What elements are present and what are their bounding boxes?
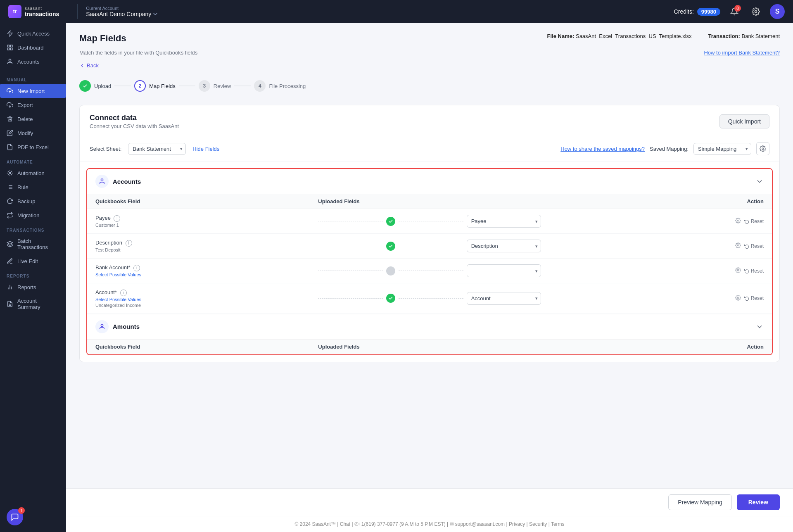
accounts-section-header[interactable]: Accounts — [87, 169, 772, 194]
status-dot-account — [386, 294, 395, 303]
sidebar-item-delete[interactable]: Delete — [0, 112, 66, 126]
sidebar-label-accounts: Accounts — [17, 59, 39, 65]
bank-account-reset-button[interactable]: Reset — [744, 268, 764, 274]
chat-button[interactable]: 1 — [7, 509, 23, 525]
payee-select[interactable]: Payee — [467, 215, 541, 228]
description-select[interactable]: Description — [467, 240, 541, 252]
svg-point-9 — [9, 172, 11, 174]
automation-icon — [7, 170, 13, 176]
sidebar-item-reports[interactable]: Reports — [0, 280, 66, 294]
description-gear-button[interactable] — [735, 242, 741, 249]
hide-fields-link[interactable]: Hide Fields — [192, 146, 219, 152]
account-action: Reset — [541, 295, 764, 302]
transaction-display: Transaction: Bank Statement — [708, 33, 780, 39]
info-icon-description[interactable]: i — [126, 240, 132, 247]
logo-saasant: saasant — [25, 6, 59, 11]
svg-rect-4 — [10, 48, 12, 50]
account-select[interactable]: Account — [467, 292, 541, 305]
accounts-table-header: Quickbooks Field Uploaded Fields Action — [87, 194, 772, 209]
how-share-link[interactable]: How to share the saved mappings? — [560, 146, 645, 152]
step-upload: Upload — [79, 77, 111, 95]
rule-icon — [7, 184, 13, 190]
bank-account-connector — [318, 264, 541, 277]
dashed-line — [318, 271, 383, 271]
sidebar-label-dashboard: Dashboard — [17, 45, 44, 51]
sidebar-item-live-edit[interactable]: Live Edit — [0, 254, 66, 268]
amounts-icon — [95, 320, 109, 333]
sidebar-item-quick-access[interactable]: Quick Access — [0, 26, 66, 40]
description-action: Reset — [541, 242, 764, 249]
preview-mapping-button[interactable]: Preview Mapping — [668, 494, 731, 510]
sidebar-label-automation: Automation — [17, 170, 45, 176]
info-icon-bank-account[interactable]: i — [133, 265, 140, 271]
sidebar-item-account-summary[interactable]: Account Summary — [0, 294, 66, 314]
sidebar-item-new-import[interactable]: New Import — [0, 84, 66, 98]
sidebar-item-batch-transactions[interactable]: Batch Transactions — [0, 234, 66, 254]
bank-account-select[interactable] — [467, 264, 541, 277]
svg-point-26 — [737, 269, 739, 271]
logo-text: saasant transactions — [25, 6, 59, 17]
amounts-section-title: Amounts — [95, 320, 140, 333]
info-icon-payee[interactable]: i — [114, 215, 120, 222]
amounts-section-header[interactable]: Amounts — [87, 314, 772, 339]
sidebar-item-export[interactable]: Export — [0, 98, 66, 112]
payee-gear-button[interactable] — [735, 218, 741, 225]
payee-reset-button[interactable]: Reset — [744, 218, 764, 224]
sidebar-item-dashboard[interactable]: Dashboard — [0, 40, 66, 55]
svg-point-22 — [762, 148, 764, 150]
account-reset-button[interactable]: Reset — [744, 295, 764, 301]
connect-card-header: Connect data Connect your CSV data with … — [80, 105, 779, 136]
content-area: Map Fields File Name: SaasAnt_Excel_Tran… — [66, 23, 793, 532]
notification-button[interactable]: 0 — [727, 4, 742, 19]
dashed-line — [318, 246, 383, 246]
status-dot-description — [386, 242, 395, 251]
back-button[interactable]: Back — [79, 62, 780, 69]
account-gear-button[interactable] — [735, 295, 741, 302]
svg-rect-3 — [10, 45, 12, 47]
sidebar-item-migration[interactable]: Migration — [0, 208, 66, 222]
trash-icon — [7, 116, 13, 122]
table-row: Account* i Select Possible Values Uncate… — [87, 283, 772, 314]
gear-icon-payee — [735, 218, 741, 223]
footer: © 2024 SaasAnt™ | Chat | ✆+1(619) 377-09… — [66, 516, 793, 532]
sidebar-item-pdf-to-excel[interactable]: PDF to Excel — [0, 140, 66, 154]
bank-account-gear-button[interactable] — [735, 267, 741, 274]
saved-mapping-input[interactable]: Simple Mapping — [693, 143, 751, 155]
select-sheet-input[interactable]: Bank Statement — [128, 143, 186, 155]
live-edit-icon — [7, 258, 13, 264]
svg-marker-1 — [7, 31, 12, 36]
payee-action: Reset — [541, 218, 764, 225]
sidebar-label-new-import: New Import — [17, 88, 45, 94]
account-name[interactable]: SaasAnt Demo Company — [86, 11, 158, 17]
info-icon-account[interactable]: i — [120, 290, 127, 296]
current-account-label: Current Account — [86, 6, 158, 11]
settings-button[interactable] — [748, 4, 763, 19]
download-icon — [7, 102, 13, 108]
back-arrow-icon — [79, 63, 85, 69]
help-link[interactable]: How to import Bank Statement? — [704, 50, 780, 56]
sidebar-label-export: Export — [17, 102, 33, 108]
select-sheet-wrapper: Bank Statement — [128, 143, 186, 155]
quick-import-button[interactable]: Quick Import — [719, 114, 769, 128]
sidebar-item-rule[interactable]: Rule — [0, 180, 66, 194]
sidebar-label-rule: Rule — [17, 184, 28, 190]
user-avatar[interactable]: S — [770, 4, 785, 19]
field-description: Description i Test Deposit — [95, 240, 318, 252]
svg-rect-5 — [7, 48, 9, 50]
step-divider-1 — [114, 86, 131, 86]
sidebar-item-automation[interactable]: Automation — [0, 166, 66, 180]
step-circle-review: 3 — [199, 80, 210, 92]
account-select-wrapper: Account — [467, 292, 541, 305]
file-name-display: File Name: SaasAnt_Excel_Transactions_US… — [547, 33, 692, 39]
svg-point-0 — [755, 11, 757, 13]
saved-mapping-label: Saved Mapping: — [650, 146, 689, 152]
mapping-settings-button[interactable] — [756, 142, 769, 155]
sidebar-item-backup[interactable]: Backup — [0, 194, 66, 208]
sidebar-item-accounts[interactable]: Accounts — [0, 55, 66, 69]
description-reset-button[interactable]: Reset — [744, 243, 764, 249]
mapping-area: Accounts Quickbooks Field Uploaded Field… — [86, 168, 773, 355]
reset-icon-bank-account — [744, 268, 749, 273]
sidebar-item-modify[interactable]: Modify — [0, 126, 66, 140]
review-button[interactable]: Review — [737, 494, 780, 510]
amounts-person-icon — [99, 323, 105, 330]
